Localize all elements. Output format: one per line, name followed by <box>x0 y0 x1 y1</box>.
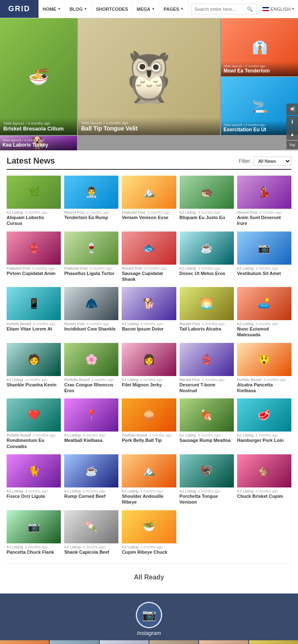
instagram-icon-wrap[interactable]: 📷 <box>136 602 162 628</box>
nav-shortcodes[interactable]: SHORTCODES <box>92 0 133 18</box>
news-card[interactable]: 🏔️ K2 Listing 4 months ago Shoulder Ando… <box>122 454 176 507</box>
news-card-pork-belly[interactable]: 🧅 Portfolio Boxed 4 months ago Pork Bell… <box>122 398 176 451</box>
filter-select[interactable]: All News <box>254 157 291 166</box>
news-card[interactable]: ☕ K2 Listing 4 months ago Rump Corned Be… <box>64 454 118 507</box>
news-card[interactable]: 🧑 K2 Listing 4 months ago Shankle Picanh… <box>7 343 61 396</box>
card-meta: K2 Listing 4 months ago <box>237 266 291 270</box>
nav-pages[interactable]: PAGES ▼ <box>159 0 188 18</box>
nav-home[interactable]: HOME ▼ <box>38 0 65 18</box>
card-title: Cupim Ribeye Chuck <box>122 549 176 555</box>
main-nav: HOME ▼ BLOG ▼ SHORTCODES MEGA ▼ PAGES ▼ <box>38 0 188 18</box>
card-title: Rump Corned Beef <box>64 493 118 499</box>
news-card[interactable]: 🛋️ K2 Listing 4 months ago Nunc Euismod … <box>237 287 291 340</box>
card-title: Chuck Brisket Cupim <box>237 493 291 499</box>
card-title: Deserunt T-bone Nostrud <box>180 382 234 394</box>
card-title: Shoulder Andouille Ribeye <box>122 493 176 505</box>
insta-photo-6[interactable]: 🎨 <box>249 640 298 644</box>
side-top-label[interactable]: Top <box>286 141 298 149</box>
news-card[interactable]: 📱 Porfolio Boxed 4 months ago Etiam Vita… <box>7 287 61 340</box>
news-card[interactable]: 🐈 K2 Listing 4 months ago Fusce Orci Lig… <box>7 454 61 507</box>
hero-slide-center[interactable]: 🦉 Slide layout1 / 4 months ago Ball Tip … <box>78 18 220 135</box>
card-title: Shank Capicola Beef <box>64 549 118 555</box>
card-meta: K2 Listing 4 months ago <box>122 545 176 549</box>
hero-center-tag: Slide layout1 / 4 months ago <box>81 121 217 125</box>
hero-slide-3[interactable]: 👔 Slide layout1 / 4 months ago Mowl Ea T… <box>221 18 298 76</box>
card-title: Shankle Picanha Kevin <box>7 382 61 388</box>
news-card[interactable]: 🦔 K2 Listing 4 months ago Bliquam Eu Jus… <box>180 176 234 228</box>
card-title: Anim Sunt Deserunt Irure <box>237 215 291 227</box>
news-card[interactable]: 🦃 K2 Listing 4 months ago Porchetta Tong… <box>180 454 234 507</box>
card-meta: K2 Listing 4 months ago <box>7 489 61 493</box>
card-meta: K2 Listing 4 months ago <box>64 433 118 437</box>
insta-photo-3[interactable]: 🕊️ <box>100 640 149 644</box>
filter-controls: Filter: All News <box>239 157 291 166</box>
news-card[interactable]: 🐿️ K2 Listing 4 months ago Chuck Brisket… <box>237 454 291 507</box>
news-card[interactable]: 👩 K2 Listing 4 months ago Filet Mignon J… <box>122 343 176 396</box>
hero-slide-5-title: Kea Laboris Turkey <box>2 142 74 148</box>
insta-photo-2[interactable]: 😎 <box>50 640 99 644</box>
news-card[interactable]: 👨‍⚕️ Recent Post 4 months ago Tenderloin… <box>64 176 118 228</box>
filter-label: Filter: <box>239 158 251 164</box>
card-title: Phasellus Ligula Tortor <box>64 270 118 276</box>
news-card-empty <box>180 510 234 557</box>
news-card[interactable]: 👙 Recent Post 4 months ago Deserunt T-bo… <box>180 343 234 396</box>
news-card[interactable]: 🍡 K2 Listing 4 months ago Shank Capicola… <box>64 510 118 557</box>
card-title: Tail Laboris Alcatra <box>180 326 234 332</box>
card-meta: Porfolio Boxed 4 months ago <box>7 433 61 437</box>
site-logo[interactable]: GRID <box>0 0 38 18</box>
news-card[interactable]: 🏔️ Featured Post 4 months ago Veniam Ven… <box>122 176 176 228</box>
card-meta: K2 Listing 4 months ago <box>7 378 61 382</box>
search-icon[interactable]: 🔍 <box>247 6 253 12</box>
news-card[interactable]: 😲 Porfolio Boxed 4 months ago Alcatra Pa… <box>237 343 291 396</box>
card-meta: K2 Listing 4 months ago <box>64 489 118 493</box>
hero-slide-1[interactable]: 🍜 Slide layout1 / 4 months ago Brisket B… <box>0 18 77 135</box>
section-title: Latest News <box>7 156 55 166</box>
news-card[interactable]: 📷 K2 Listing 4 months ago Vestibulum Sit… <box>237 232 291 284</box>
news-card[interactable]: 📍 K2 Listing 4 months ago Meatball Kielb… <box>64 398 118 451</box>
news-card[interactable]: 🍷 Featured Post 4 months ago Phasellus L… <box>64 232 118 284</box>
insta-photo-1[interactable]: 📸 <box>0 640 49 644</box>
card-meta: Recent Post 4 months ago <box>180 378 234 382</box>
news-card[interactable]: 👙 Featured Post 4 months ago Pirloin Cup… <box>7 232 61 284</box>
news-card[interactable]: 🐟 Recent Post 4 months ago Sausage Cupid… <box>122 232 176 284</box>
side-up-icon[interactable]: ▲ <box>286 128 298 140</box>
card-meta: K2 Listing 4 months ago <box>122 378 176 382</box>
hero-slide-3-title: Mowl Ea Tenderloin <box>223 68 296 74</box>
news-card[interactable]: 🌸 Portfolio Boxed 4 months ago Cras Cong… <box>64 343 118 396</box>
hero-slide-4-title: Exercitation Eu Ut <box>223 127 296 133</box>
card-title: Meatball Kielbasa <box>64 437 118 443</box>
news-card[interactable]: 🧥 Recent Post 4 months ago Incididunt Co… <box>64 287 118 340</box>
card-meta: Recent Post 4 months ago <box>180 322 234 326</box>
hero-slide-5[interactable]: 🐕 Slide layout1 / 4 months ago Kea Labor… <box>0 136 77 150</box>
search-input[interactable] <box>195 7 247 12</box>
card-meta: K2 Listing 4 months ago <box>7 210 61 215</box>
side-megaphone-icon[interactable]: 📢 <box>286 104 298 115</box>
nav-mega[interactable]: MEGA ▼ <box>132 0 159 18</box>
news-card[interactable]: 🥩 K2 Listing 4 months ago Hamburger Pork… <box>237 398 291 451</box>
news-card[interactable]: 📷 K2 Listing 4 months ago Pancetta Chuck… <box>7 510 61 557</box>
news-card[interactable]: 💃 Recent Post 4 months ago Anim Sunt Des… <box>237 176 291 228</box>
card-title: Vestibulum Sit Amet <box>237 270 291 276</box>
card-title: Pork Belly Ball Tip <box>122 437 176 443</box>
card-title: Nunc Euismod Malesuada <box>237 326 291 338</box>
hero-slide-3-tag: Slide layout1 / 4 months ago <box>223 64 296 68</box>
news-card[interactable]: 🌿 K2 Listing 4 months ago Aliquam Lobort… <box>7 176 61 228</box>
nav-blog[interactable]: BLOG ▼ <box>65 0 92 18</box>
insta-photo-5[interactable]: 👓 <box>199 640 248 644</box>
news-card[interactable]: 🐕 K2 Listing 4 months ago Bacon Ipsum Do… <box>122 287 176 340</box>
card-meta: Portfolio Boxed 4 months ago <box>64 378 118 382</box>
news-card[interactable]: 🌅 Recent Post 4 months ago Tail Laboris … <box>180 287 234 340</box>
insta-photo-4[interactable]: 🏕️ <box>149 640 198 644</box>
card-title: Incididunt Cow Shankle <box>64 326 118 332</box>
news-card[interactable]: 🥗 K2 Listing 4 months ago Cupim Ribeye C… <box>122 510 176 557</box>
hero-slide-1-tag: Slide layout1 / 4 months ago <box>3 121 74 125</box>
news-card[interactable]: ☕ K2 Listing 4 months ago Donec Ut Metus… <box>180 232 234 284</box>
side-info-icon[interactable]: ℹ <box>286 116 298 128</box>
language-selector[interactable]: ENGLISH ▼ <box>259 7 298 12</box>
card-title: Pirloin Cupidatat Anim <box>7 270 61 276</box>
news-card[interactable]: 🍖 K2 Listing 4 months ago Sausage Rump M… <box>180 398 234 451</box>
card-title: Donec Ut Metus Eros <box>180 270 234 276</box>
card-meta: K2 Listing 4 months ago <box>7 545 61 549</box>
card-title: Rondimentum Eu Convallis <box>7 437 61 449</box>
news-card[interactable]: ❤️ Porfolio Boxed 4 months ago Rondiment… <box>7 398 61 451</box>
